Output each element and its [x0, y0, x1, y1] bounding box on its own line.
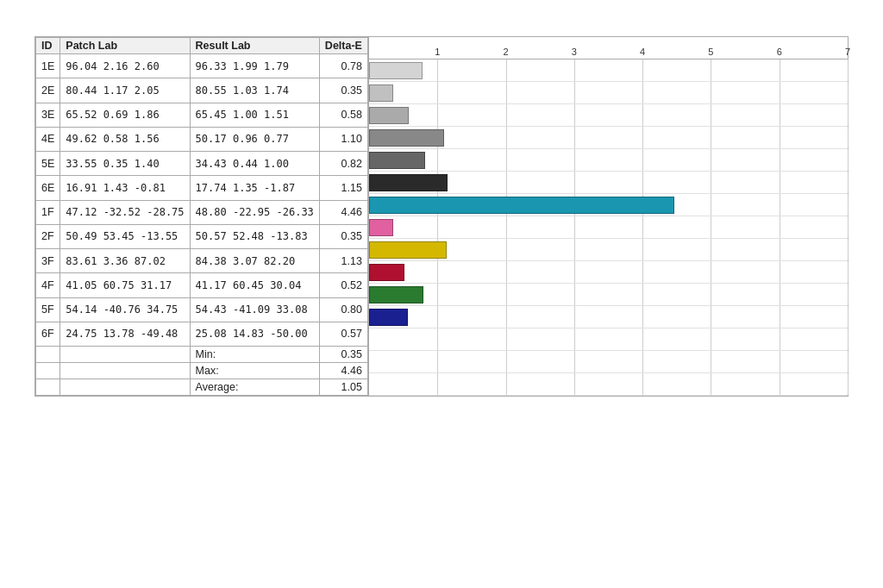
chart-row: [369, 59, 848, 82]
table-row: 6F 24.75 13.78 -49.48 25.08 14.83 -50.00…: [36, 322, 368, 346]
cell-patch: 54.14 -40.76 34.75: [60, 297, 190, 322]
cell-patch: 16.91 1.43 -0.81: [60, 176, 190, 200]
col-header-id: ID: [36, 38, 60, 54]
cell-patch: 50.49 53.45 -13.55: [60, 224, 190, 248]
chart-row: [369, 149, 848, 172]
table-row: 5F 54.14 -40.76 34.75 54.43 -41.09 33.08…: [36, 297, 368, 322]
cell-patch: 24.75 13.78 -49.48: [60, 322, 190, 346]
cell-result: 80.55 1.03 1.74: [190, 78, 319, 103]
summary-row: Max: 4.46: [36, 363, 368, 379]
cell-result: 48.80 -22.95 -26.33: [190, 200, 319, 224]
chart-row: [369, 239, 848, 261]
cell-delta: 1.10: [319, 127, 367, 151]
chart-bar: [369, 84, 393, 102]
table-row: 1F 47.12 -32.52 -28.75 48.80 -22.95 -26.…: [36, 200, 368, 224]
bar-container: [369, 241, 447, 259]
bar-container: [369, 107, 409, 124]
chart-bar: [369, 62, 423, 79]
chart-summary-row: [369, 351, 848, 373]
cell-patch: 49.62 0.58 1.56: [60, 127, 190, 151]
summary-row: Min: 0.35: [36, 347, 368, 363]
cell-delta: 0.35: [319, 78, 367, 103]
summary-empty1: [36, 347, 60, 363]
cell-id: 6F: [36, 322, 60, 346]
chart-bar: [369, 309, 408, 326]
main-container: ID Patch Lab Result Lab Delta-E 1E 96.04…: [34, 36, 849, 397]
bar-container: [369, 197, 674, 214]
bar-container: [369, 62, 423, 79]
chart-row: [369, 284, 848, 306]
chart-bar: [369, 197, 674, 214]
chart-row: [369, 261, 848, 284]
cell-result: 96.33 1.99 1.79: [190, 54, 319, 78]
chart-bar: [369, 152, 425, 169]
table-row: 3F 83.61 3.36 87.02 84.38 3.07 82.20 1.1…: [36, 249, 368, 273]
cell-result: 50.17 0.96 0.77: [190, 127, 319, 151]
chart-tick-label: 5: [708, 47, 713, 57]
summary-label: Min:: [190, 347, 319, 363]
summary-value: 1.05: [319, 379, 367, 396]
chart-bar: [369, 264, 404, 281]
chart-tick-label: 6: [777, 47, 782, 57]
cell-patch: 83.61 3.36 87.02: [60, 249, 190, 273]
cell-id: 1E: [36, 54, 60, 78]
table-row: 5E 33.55 0.35 1.40 34.43 0.44 1.00 0.82: [36, 152, 368, 176]
cell-patch: 47.12 -32.52 -28.75: [60, 200, 190, 224]
cell-id: 5F: [36, 297, 60, 322]
chart-row: [369, 216, 848, 239]
table-row: 2E 80.44 1.17 2.05 80.55 1.03 1.74 0.35: [36, 78, 368, 103]
data-table: ID Patch Lab Result Lab Delta-E 1E 96.04…: [35, 37, 368, 396]
cell-delta: 0.58: [319, 103, 367, 127]
cell-result: 65.45 1.00 1.51: [190, 103, 319, 127]
bar-container: [369, 174, 448, 191]
col-header-delta: Delta-E: [319, 38, 367, 54]
cell-id: 4E: [36, 127, 60, 151]
cell-delta: 0.78: [319, 54, 367, 78]
summary-value: 0.35: [319, 347, 367, 363]
cell-result: 54.43 -41.09 33.08: [190, 297, 319, 322]
cell-patch: 65.52 0.69 1.86: [60, 103, 190, 127]
chart-bar: [369, 286, 423, 303]
cell-patch: 41.05 60.75 31.17: [60, 273, 190, 297]
summary-empty1: [36, 363, 60, 379]
chart-row: [369, 104, 848, 127]
cell-delta: 1.13: [319, 249, 367, 273]
summary-empty1: [36, 379, 60, 396]
bar-container: [369, 286, 423, 303]
bar-container: [369, 309, 408, 326]
chart-row: [369, 172, 848, 194]
summary-value: 4.46: [319, 363, 367, 379]
summary-empty2: [60, 363, 190, 379]
table-row: 4F 41.05 60.75 31.17 41.17 60.45 30.04 0…: [36, 273, 368, 297]
chart-tick-label: 3: [572, 47, 577, 57]
chart-bar: [369, 241, 447, 259]
chart-rows: [369, 59, 848, 396]
cell-id: 1F: [36, 200, 60, 224]
cell-id: 2E: [36, 78, 60, 103]
cell-id: 6E: [36, 176, 60, 200]
cell-id: 3E: [36, 103, 60, 127]
chart-tick-label: 2: [503, 47, 508, 57]
summary-empty2: [60, 379, 190, 396]
summary-label: Max:: [190, 363, 319, 379]
cell-delta: 0.80: [319, 297, 367, 322]
cell-delta: 0.82: [319, 152, 367, 176]
chart-row: [369, 127, 848, 149]
chart-tick-label: 7: [845, 47, 850, 57]
chart-tick-label: 4: [640, 47, 645, 57]
chart-bar: [369, 219, 393, 236]
summary-empty2: [60, 347, 190, 363]
cell-result: 17.74 1.35 -1.87: [190, 176, 319, 200]
chart-row: [369, 306, 848, 328]
summary-label: Average:: [190, 379, 319, 396]
chart-area: 1234567: [368, 37, 848, 396]
cell-result: 34.43 0.44 1.00: [190, 152, 319, 176]
cell-result: 84.38 3.07 82.20: [190, 249, 319, 273]
col-header-patch: Patch Lab: [60, 38, 190, 54]
table-row: 4E 49.62 0.58 1.56 50.17 0.96 0.77 1.10: [36, 127, 368, 151]
bar-container: [369, 84, 393, 102]
chart-bar: [369, 174, 448, 191]
cell-delta: 0.52: [319, 273, 367, 297]
chart-bar: [369, 129, 444, 147]
cell-delta: 4.46: [319, 200, 367, 224]
